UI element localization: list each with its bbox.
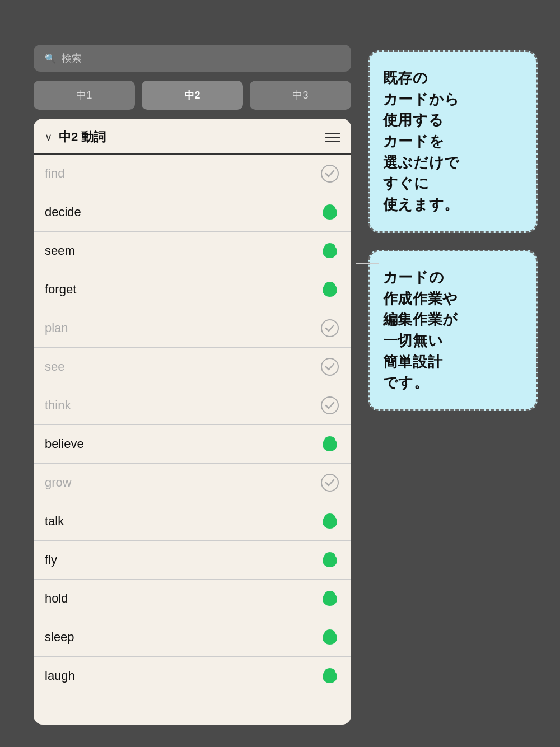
svg-point-12 [321,474,338,491]
svg-point-22 [324,668,335,677]
word-text: see [45,360,64,374]
search-icon: 🔍 [45,53,56,64]
list-item[interactable]: laugh [34,657,351,695]
brain-icon [320,241,340,261]
svg-point-0 [321,165,338,182]
list-item[interactable]: decide [34,193,351,232]
brain-icon [320,511,340,531]
list-item[interactable]: fly [34,541,351,580]
word-text: find [45,166,64,181]
info-bubble-2: カードの作成作業や編集作業が一切無い簡単設計です。 [368,250,538,411]
word-text: talk [45,514,64,529]
brain-icon [320,202,340,222]
bubble-text-1: 既存のカードから使用するカードを選ぶだけですぐに使えます。 [383,68,522,216]
word-text: sleep [45,630,74,645]
check-circle-icon [320,164,340,184]
card-list-header: ∨ 中2 動詞 [34,119,351,155]
search-bar[interactable]: 🔍 検索 [34,45,351,72]
svg-point-18 [324,591,335,600]
svg-point-8 [321,358,338,375]
search-placeholder: 検索 [62,52,82,65]
word-text: grow [45,475,72,490]
check-circle-icon [320,395,340,415]
check-circle-icon [320,357,340,377]
svg-point-20 [324,629,335,638]
list-item[interactable]: grow [34,464,351,502]
svg-point-11 [324,436,335,445]
brain-icon [320,434,340,454]
info-bubble-1: 既存のカードから使用するカードを選ぶだけですぐに使えます。 [368,50,538,233]
tab-chu1[interactable]: 中1 [34,81,135,110]
svg-point-7 [321,320,338,337]
check-circle-icon [320,473,340,493]
word-text: seem [45,244,75,258]
brain-icon [320,279,340,300]
tabs-row: 中1 中2 中3 [34,81,351,110]
hamburger-menu-icon[interactable] [325,133,340,142]
bubble-text-2: カードの作成作業や編集作業が一切無い簡単設計です。 [383,267,522,394]
word-text: believe [45,437,84,451]
brain-icon [320,666,340,686]
left-panel: 🔍 検索 中1 中2 中3 ∨ 中2 動詞 [34,45,351,725]
list-item[interactable]: forget [34,270,351,309]
svg-point-14 [324,513,335,522]
connector-line [356,263,379,264]
tab-chu3[interactable]: 中3 [250,81,351,110]
list-title: 中2 動詞 [59,129,106,146]
word-text: fly [45,553,57,567]
svg-point-9 [321,397,338,414]
tab-chu2[interactable]: 中2 [142,81,243,110]
svg-point-2 [324,204,335,213]
word-text: hold [45,591,68,606]
list-item[interactable]: think [34,386,351,425]
word-text: decide [45,205,81,220]
check-circle-icon [320,318,340,338]
brain-icon [320,550,340,570]
card-list-container: ∨ 中2 動詞 find [34,119,351,725]
brain-icon [320,627,340,647]
list-item[interactable]: hold [34,580,351,618]
list-item[interactable]: seem [34,232,351,270]
right-panel: 既存のカードから使用するカードを選ぶだけですぐに使えます。 カードの作成作業や編… [368,45,538,725]
header-left: ∨ 中2 動詞 [45,129,106,146]
list-item[interactable]: plan [34,309,351,348]
word-text: forget [45,282,76,297]
list-item[interactable]: see [34,348,351,386]
list-item[interactable]: sleep [34,618,351,657]
word-text: laugh [45,669,75,683]
word-list: find decide seem [34,155,351,695]
main-container: 🔍 検索 中1 中2 中3 ∨ 中2 動詞 [0,0,560,747]
list-item[interactable]: talk [34,502,351,541]
word-text: plan [45,321,68,335]
chevron-down-icon[interactable]: ∨ [45,131,52,143]
svg-point-16 [324,552,335,561]
list-item[interactable]: find [34,155,351,193]
brain-icon [320,589,340,609]
word-text: think [45,398,71,413]
svg-point-4 [324,243,335,252]
svg-point-6 [324,282,335,291]
list-item[interactable]: believe [34,425,351,464]
